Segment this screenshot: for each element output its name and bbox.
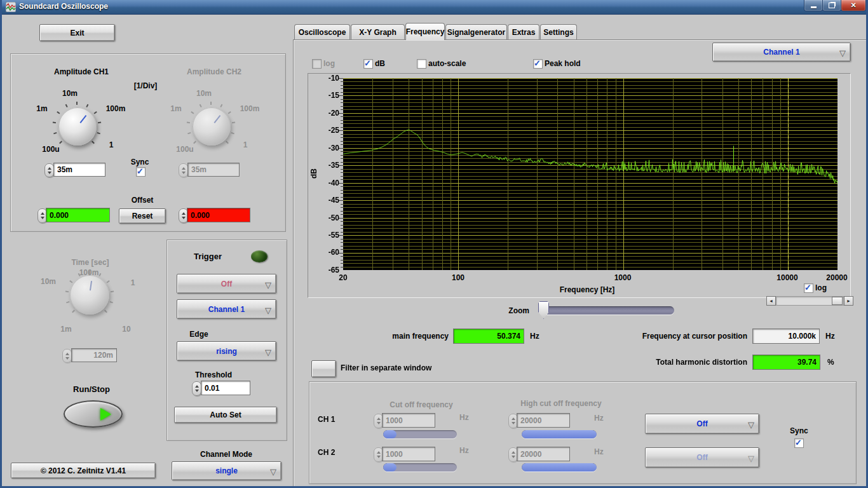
tab-oscilloscope[interactable]: Oscilloscope [294, 24, 350, 39]
dial-label-1m: 1m [29, 104, 55, 113]
tab-settings[interactable]: Settings [540, 24, 577, 39]
sync-checkbox[interactable] [136, 167, 146, 177]
knob-pointer [90, 281, 92, 290]
ch1-cutoff-value[interactable]: 1000 [382, 413, 435, 428]
chevron-down-icon: ▽ [748, 454, 754, 463]
auto-scale-checkbox[interactable] [417, 59, 426, 69]
channel-mode-dropdown[interactable]: single ▽ [172, 461, 281, 480]
filter-window-button[interactable] [311, 360, 336, 377]
y-tick: -20 [311, 109, 339, 118]
channel-mode-label: Channel Mode [182, 450, 271, 459]
knob-pointer [80, 115, 87, 123]
filter-ch1-label: CH 1 [318, 415, 335, 424]
trigger-led [251, 250, 268, 262]
x-axis-label: Frequency [Hz] [536, 285, 638, 294]
db-label: dB [375, 59, 385, 68]
ch1-filter-mode-dropdown[interactable]: Off ▽ [645, 414, 759, 434]
main-frequency-value: 50.374 [453, 329, 524, 344]
slider-fill [522, 463, 597, 471]
y-tick: -45 [311, 196, 339, 205]
ch1-high-slider[interactable] [522, 430, 597, 438]
trigger-source-dropdown[interactable]: Channel 1 ▽ [177, 299, 276, 319]
scrollbar-left-arrow[interactable]: ◄ [766, 296, 776, 306]
x-tick: 100 [445, 273, 471, 282]
amplitude-ch1-value[interactable]: 35m [53, 163, 105, 177]
offset-ch1-value[interactable]: 0.000 [46, 208, 110, 222]
log-scale-checkbox[interactable] [312, 59, 322, 69]
db-checkbox[interactable] [363, 59, 373, 69]
close-button[interactable]: ✕ [841, 0, 866, 11]
auto-set-button[interactable]: Auto Set [174, 407, 277, 423]
tab-signalgenerator[interactable]: Signalgenerator [445, 24, 507, 39]
trigger-mode-dropdown[interactable]: Off ▽ [177, 274, 276, 294]
main-frequency-label: main frequency [377, 332, 449, 341]
scrollbar-thumb[interactable] [832, 297, 843, 305]
version-button[interactable]: © 2012 C. Zeitnitz V1.41 [11, 463, 156, 478]
minimize-button[interactable] [804, 0, 823, 11]
ch2-high-slider[interactable] [522, 463, 597, 471]
chevron-down-icon: ▽ [265, 306, 271, 314]
cursor-frequency-value: 10.000k [752, 329, 820, 344]
trigger-edge-dropdown[interactable]: rising ▽ [177, 341, 276, 361]
spectrum-plot[interactable] [338, 78, 837, 270]
axis-log-label: log [815, 283, 827, 292]
ch1-cutoff-unit: Hz [459, 413, 469, 422]
run-stop-button[interactable] [64, 400, 123, 428]
tab-extras[interactable]: Extras [508, 24, 539, 39]
tab-frequency[interactable]: Frequency [405, 23, 445, 40]
filter-sync-checkbox[interactable] [794, 438, 804, 448]
play-icon [100, 408, 111, 421]
y-tick: -10 [311, 74, 339, 83]
restore-button[interactable] [822, 0, 841, 11]
offset-ch2-value[interactable]: 0.000 [187, 208, 250, 222]
ch1-high-value[interactable]: 20000 [517, 413, 570, 428]
time-dial-1m: 1m [47, 325, 85, 334]
amplitude-ch2-knob[interactable] [193, 107, 231, 146]
tab-xy-graph[interactable]: X-Y Graph [351, 24, 405, 39]
close-icon: ✕ [850, 1, 856, 10]
ch2-cutoff-value[interactable]: 1000 [382, 447, 435, 461]
y-tick: -40 [311, 179, 339, 187]
amplitude-ch2-value[interactable]: 35m [187, 163, 240, 177]
time-spinner[interactable] [62, 349, 72, 363]
time-dial-1: 1 [120, 278, 146, 287]
amplitude-ch1-spinner[interactable] [44, 163, 54, 177]
amplitude-ch2-spinner[interactable] [179, 163, 188, 177]
cutoff-header: Cut off frequency [358, 400, 485, 409]
restore-icon [829, 3, 835, 8]
auto-scale-label: auto-scale [428, 59, 466, 68]
ch2-filter-mode-value: Off [696, 453, 707, 462]
amplitude-ch1-knob[interactable] [58, 107, 97, 146]
peak-hold-checkbox[interactable] [533, 59, 543, 69]
threshold-value[interactable]: 0.01 [201, 381, 250, 395]
dial-label-1-ch2: 1 [233, 140, 258, 149]
x-tick: 20 [330, 273, 356, 282]
threshold-spinner[interactable] [192, 381, 201, 396]
ch1-cutoff-slider[interactable] [383, 430, 457, 438]
run-stop-label: Run/Stop [53, 385, 130, 394]
y-tick: -15 [311, 91, 339, 100]
dial-label-10m-ch2: 10m [189, 89, 219, 98]
ch1-high-unit: Hz [594, 414, 604, 423]
offset-reset-button[interactable]: Reset [119, 208, 166, 224]
y-axis-label: dB [309, 168, 318, 179]
trigger-title: Trigger [176, 252, 240, 261]
zoom-slider-track[interactable] [539, 306, 674, 315]
ch2-filter-mode-dropdown[interactable]: Off ▽ [645, 447, 759, 468]
filter-sync-label: Sync [790, 426, 808, 435]
time-knob[interactable] [70, 275, 109, 315]
ch2-high-value[interactable]: 20000 [517, 447, 570, 461]
dial-label-100m-ch2: 100m [234, 104, 265, 113]
slider-fill [383, 463, 397, 471]
axis-log-checkbox[interactable] [804, 283, 813, 293]
amplitude-ch2-title: Amplitude CH2 [163, 67, 265, 76]
ch2-cutoff-slider[interactable] [383, 463, 457, 471]
y-tick: -30 [311, 144, 339, 152]
thd-unit: % [827, 358, 834, 367]
exit-button[interactable]: Exit [39, 24, 115, 41]
time-value[interactable]: 120m [71, 348, 117, 362]
scrollbar-right-arrow[interactable]: ► [844, 296, 853, 306]
log-scale-label: log [323, 59, 335, 68]
channel-select-dropdown[interactable]: Channel 1 ▽ [712, 43, 851, 62]
soundcard-oscilloscope-window: { "window": { "title": "Soundcard Oszill… [0, 0, 868, 488]
